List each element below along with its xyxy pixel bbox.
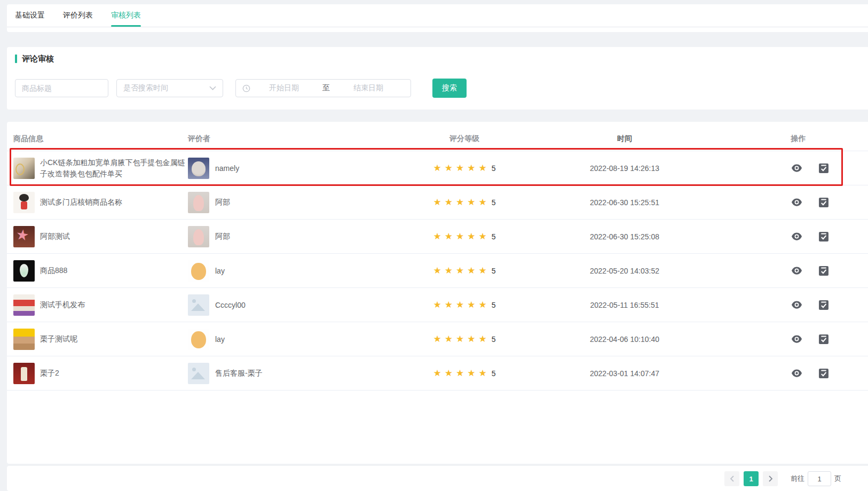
product-image	[13, 260, 35, 282]
star-icon: ★	[467, 232, 475, 241]
rating-score: 5	[492, 301, 496, 309]
search-button[interactable]: 搜索	[432, 79, 467, 98]
star-icon: ★	[445, 198, 453, 207]
star-icon: ★	[456, 163, 464, 173]
view-icon[interactable]	[792, 198, 802, 206]
filter-row: 是否搜索时间 开始日期 至 结束日期 搜索	[15, 79, 467, 98]
view-icon[interactable]	[792, 369, 802, 377]
star-icon: ★	[467, 300, 475, 309]
date-end-placeholder: 结束日期	[337, 83, 400, 93]
reviewer-avatar	[188, 329, 209, 350]
reviewer-avatar	[188, 192, 209, 213]
date-range-picker[interactable]: 开始日期 至 结束日期	[235, 79, 411, 97]
chevron-left-icon	[730, 476, 735, 482]
table-row: 商品888 lay ★★★★★ 5 2022-05-20 14:03:52	[7, 254, 868, 288]
time-search-select-placeholder: 是否搜索时间	[123, 83, 168, 93]
star-icon: ★	[478, 300, 486, 309]
next-page-button[interactable]	[763, 471, 778, 486]
star-icon: ★	[456, 266, 464, 275]
reviewer-avatar	[188, 158, 209, 179]
rating-score: 5	[492, 232, 496, 241]
review-time: 2022-08-19 14:26:13	[520, 164, 729, 173]
section-title-accent-bar	[15, 54, 17, 63]
audit-check-icon[interactable]	[819, 334, 828, 344]
tab-bar: 基础设置 评价列表 审核列表	[7, 4, 868, 32]
star-icon: ★	[456, 334, 464, 344]
star-icon: ★	[467, 369, 475, 378]
section-title: 评论审核	[22, 54, 54, 64]
product-image	[13, 363, 35, 384]
table-row: 栗子测试呢 lay ★★★★★ 5 2022-04-06 10:10:40	[7, 322, 868, 356]
rating-score: 5	[492, 335, 496, 344]
star-icon: ★	[456, 369, 464, 378]
header-actions: 操作	[729, 134, 868, 144]
reviewer-avatar	[188, 260, 209, 282]
header-product-info: 商品信息	[7, 134, 188, 144]
star-icon: ★	[467, 266, 475, 275]
product-image	[13, 294, 35, 316]
star-icon: ★	[467, 334, 475, 344]
prev-page-button[interactable]	[724, 471, 739, 486]
table-card: 商品信息 评价者 评分等级 时间 操作 小CK链条加粗加宽单肩腋下包手提包金属链…	[7, 122, 868, 464]
time-search-select[interactable]: 是否搜索时间	[116, 79, 223, 97]
view-icon[interactable]	[792, 301, 802, 309]
star-icon: ★	[433, 300, 441, 309]
audit-check-icon[interactable]	[819, 197, 828, 207]
view-icon[interactable]	[792, 335, 802, 343]
review-time: 2022-03-01 14:07:47	[520, 369, 729, 378]
product-title: 测试手机发布	[40, 299, 85, 310]
view-icon[interactable]	[792, 267, 802, 275]
goto-page-input[interactable]	[808, 471, 831, 486]
audit-check-icon[interactable]	[819, 266, 828, 276]
rating-stars: ★★★★★	[433, 369, 486, 378]
star-icon: ★	[433, 232, 441, 241]
rating-score: 5	[492, 198, 496, 207]
filter-card: 评论审核 是否搜索时间 开始日期 至 结束日期 搜索	[7, 47, 868, 110]
tab-divider	[7, 27, 868, 27]
product-title: 小CK链条加粗加宽单肩腋下包手提包金属链子改造替换包包配件单买	[40, 157, 185, 180]
review-time: 2022-05-11 16:55:51	[520, 301, 729, 309]
rating-stars: ★★★★★	[433, 266, 486, 275]
star-icon: ★	[433, 163, 441, 173]
reviewer-name: 阿部	[215, 232, 230, 241]
view-icon[interactable]	[792, 164, 802, 172]
footer-card: 1 前往 页	[7, 466, 868, 491]
header-time: 时间	[520, 134, 729, 144]
reviewer-avatar	[188, 294, 209, 316]
reviewer-name: Ccccyl00	[215, 301, 246, 309]
tab-review-list[interactable]: 评价列表	[63, 11, 93, 27]
rating-stars: ★★★★★	[433, 334, 486, 344]
table-row: 栗子2 售后客服-栗子 ★★★★★ 5 2022-03-01 14:07:47	[7, 356, 868, 391]
star-icon: ★	[456, 198, 464, 207]
audit-check-icon[interactable]	[819, 163, 828, 173]
star-icon: ★	[433, 198, 441, 207]
product-title: 栗子测试呢	[40, 333, 77, 345]
star-icon: ★	[478, 266, 486, 275]
star-icon: ★	[445, 300, 453, 309]
review-time: 2022-04-06 10:10:40	[520, 335, 729, 344]
header-reviewer: 评价者	[188, 134, 408, 144]
star-icon: ★	[433, 266, 441, 275]
audit-check-icon[interactable]	[819, 300, 828, 310]
review-time: 2022-06-30 15:25:51	[520, 198, 729, 207]
star-icon: ★	[445, 232, 453, 241]
audit-check-icon[interactable]	[819, 368, 828, 378]
rating-score: 5	[492, 267, 496, 275]
header-rating-level: 评分等级	[408, 134, 520, 144]
reviewer-name: 阿部	[215, 198, 230, 207]
current-page-button[interactable]: 1	[744, 471, 759, 486]
review-time: 2022-05-20 14:03:52	[520, 267, 729, 275]
star-icon: ★	[478, 163, 486, 173]
audit-check-icon[interactable]	[819, 231, 828, 241]
product-image	[13, 192, 35, 213]
date-separator: 至	[315, 83, 337, 93]
star-icon: ★	[445, 163, 453, 173]
product-title-input[interactable]	[15, 79, 108, 97]
reviewer-name: lay	[215, 335, 225, 344]
clock-icon	[242, 84, 250, 92]
tab-basic-settings[interactable]: 基础设置	[15, 11, 45, 27]
tab-audit-list[interactable]: 审核列表	[111, 11, 141, 27]
page-unit-label: 页	[834, 474, 841, 484]
star-icon: ★	[445, 334, 453, 344]
view-icon[interactable]	[792, 232, 802, 240]
